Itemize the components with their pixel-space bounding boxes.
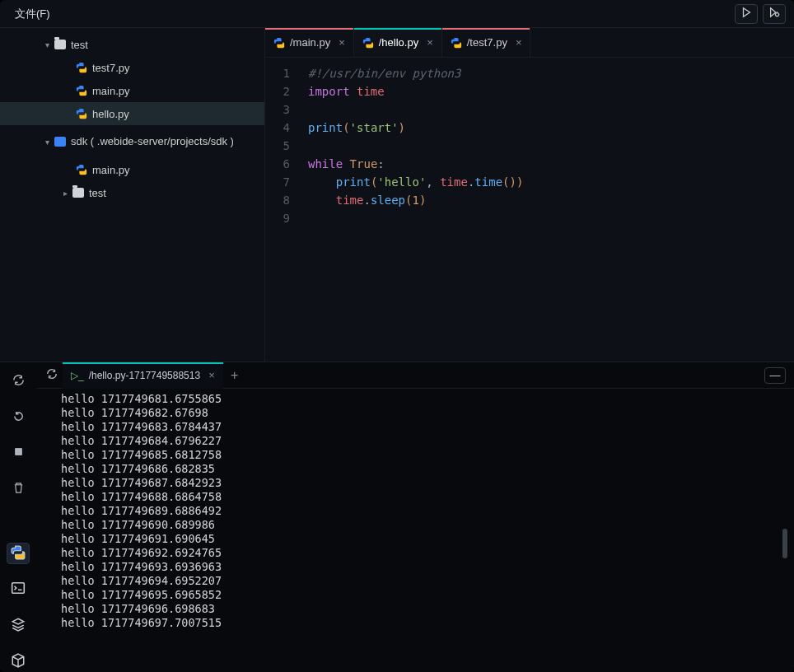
trash-icon: [12, 482, 25, 497]
folder-icon: [54, 40, 66, 49]
terminal-refresh[interactable]: [41, 365, 63, 386]
menubar: 文件(F): [0, 0, 794, 28]
layers-panel-button[interactable]: [7, 615, 30, 637]
editor-tabs: /main.py × /hello.py × /test7.py ×: [265, 28, 794, 58]
terminal-tab[interactable]: ▷_ /hello.py-1717749588513 ×: [63, 362, 223, 389]
chevron-right-icon: ▸: [59, 189, 71, 198]
minimize-icon: —: [770, 369, 781, 381]
tab-main[interactable]: /main.py ×: [265, 28, 354, 57]
play-icon: [740, 7, 752, 21]
python-icon: [451, 37, 462, 49]
python-icon: [11, 545, 26, 562]
reload-icon: [12, 410, 25, 425]
run-debug-button[interactable]: [763, 4, 786, 24]
terminal-line: hello 1717749681.6755865: [61, 392, 794, 406]
tree-folder-sdk[interactable]: ▾ sdk ( .webide-server/projects/sdk ): [0, 125, 264, 158]
layers-icon: [11, 617, 26, 634]
tab-label: /main.py: [290, 36, 330, 49]
code-body[interactable]: #!/usr/bin/env python3 import time print…: [298, 58, 794, 362]
package-panel-button[interactable]: [7, 651, 30, 672]
python-icon: [74, 62, 89, 73]
terminal-run-icon: ▷_: [71, 370, 84, 381]
terminal-activity-bar: [0, 362, 36, 672]
python-icon: [273, 37, 285, 49]
tree-file-sdk-main[interactable]: main.py: [0, 158, 264, 181]
close-icon[interactable]: ×: [516, 36, 522, 49]
terminal-line: hello 1717749691.690645: [61, 532, 794, 546]
svg-rect-5: [12, 583, 25, 593]
terminal-output[interactable]: hello 1717749681.6755865 hello 171774968…: [36, 389, 794, 672]
folder-icon: [72, 188, 84, 198]
tree-folder-test[interactable]: ▾ test: [0, 33, 264, 56]
chevron-down-icon: ▾: [41, 138, 53, 147]
file-label: test7.py: [92, 62, 130, 74]
terminal-line: hello 1717749686.682835: [61, 462, 794, 476]
terminal-tab-label: /hello.py-1717749588513: [89, 370, 200, 381]
menu-file[interactable]: 文件(F): [8, 3, 57, 25]
python-panel-button[interactable]: [7, 543, 30, 564]
plus-icon: +: [231, 368, 238, 382]
tree-folder-test2[interactable]: ▸ test: [0, 181, 264, 204]
terminal-tabs: ▷_ /hello.py-1717749588513 × + —: [36, 362, 794, 389]
play-bug-icon: [768, 7, 780, 21]
terminal-line: hello 1717749694.6952207: [61, 574, 794, 588]
terminal-line: hello 1717749695.6965852: [61, 588, 794, 602]
tab-label: /test7.py: [467, 36, 507, 49]
terminal-line: hello 1717749692.6924765: [61, 546, 794, 560]
tree-file-hello[interactable]: hello.py: [0, 102, 264, 125]
folder-label: sdk ( .webide-server/projects/sdk ): [71, 135, 234, 148]
minimize-terminal-button[interactable]: —: [764, 367, 786, 384]
file-label: main.py: [92, 85, 130, 97]
code-editor[interactable]: 1 2 3 4 5 6 7 8 9 #!/usr/bin/env python3…: [265, 58, 794, 362]
tree-file-main[interactable]: main.py: [0, 79, 264, 102]
terminal-line: hello 1717749687.6842923: [61, 476, 794, 490]
sdk-icon: [54, 137, 66, 147]
terminal-line: hello 1717749689.6886492: [61, 504, 794, 518]
folder-label: test: [89, 187, 106, 199]
refresh-icon: [12, 374, 25, 389]
add-terminal-button[interactable]: +: [223, 368, 246, 383]
file-explorer: ▾ test test7.py main.py hello.py: [0, 28, 265, 362]
terminal-line: hello 1717749697.7007515: [61, 616, 794, 630]
cube-icon: [11, 653, 26, 670]
editor-pane: /main.py × /hello.py × /test7.py ×: [265, 28, 794, 362]
file-label: hello.py: [92, 108, 129, 120]
file-label: main.py: [92, 164, 130, 176]
terminal-line: hello 1717749690.689986: [61, 518, 794, 532]
terminal-panel-button[interactable]: [7, 579, 30, 600]
folder-label: test: [71, 39, 88, 51]
delete-button[interactable]: [7, 478, 30, 500]
python-icon: [362, 37, 374, 49]
terminal-line: hello 1717749685.6812758: [61, 448, 794, 462]
scrollbar-thumb[interactable]: [782, 529, 787, 558]
tree-file-test7[interactable]: test7.py: [0, 56, 264, 79]
close-icon[interactable]: ×: [208, 369, 215, 381]
stop-icon: [12, 446, 25, 460]
terminal-line: hello 1717749688.6864758: [61, 490, 794, 504]
tab-label: /hello.py: [379, 36, 418, 49]
terminal-icon: [11, 581, 26, 598]
terminal-line: hello 1717749682.67698: [61, 406, 794, 420]
terminal-line: hello 1717749696.698683: [61, 602, 794, 616]
restart-button[interactable]: [7, 407, 30, 428]
tab-hello[interactable]: /hello.py ×: [354, 28, 442, 57]
svg-rect-4: [15, 449, 21, 455]
refresh-button[interactable]: [7, 371, 30, 392]
close-icon[interactable]: ×: [427, 36, 433, 49]
terminal-line: hello 1717749684.6796227: [61, 434, 794, 448]
stop-button[interactable]: [7, 442, 30, 464]
python-icon: [74, 85, 89, 96]
refresh-icon: [46, 368, 58, 382]
run-button[interactable]: [735, 4, 758, 24]
line-gutter: 1 2 3 4 5 6 7 8 9: [265, 58, 298, 362]
chevron-down-icon: ▾: [41, 40, 53, 49]
python-icon: [74, 164, 89, 175]
terminal-line: hello 1717749693.6936963: [61, 560, 794, 574]
python-icon: [74, 108, 89, 119]
terminal-line: hello 1717749683.6784437: [61, 420, 794, 434]
close-icon[interactable]: ×: [339, 36, 345, 49]
svg-point-0: [775, 13, 778, 16]
tab-test7[interactable]: /test7.py ×: [442, 28, 531, 57]
